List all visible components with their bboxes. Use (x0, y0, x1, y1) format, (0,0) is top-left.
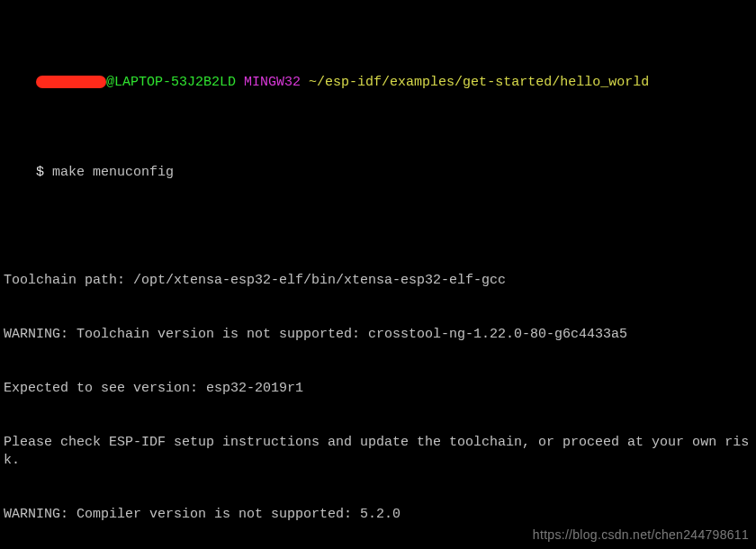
output-line: Expected to see version: esp32-2019r1 (4, 380, 752, 398)
command-line-1: $ make menuconfig (4, 146, 752, 200)
output-line: WARNING: Toolchain version is not suppor… (4, 326, 752, 344)
prompt-user-host: @LAPTOP-53J2B2LD (106, 75, 236, 90)
redaction-mark (36, 76, 106, 88)
prompt-sigil: $ (36, 165, 52, 180)
output-line: WARNING: Compiler version is not support… (4, 506, 752, 524)
output-line: Toolchain path: /opt/xtensa-esp32-elf/bi… (4, 272, 752, 290)
output-line: Please check ESP-IDF setup instructions … (4, 434, 752, 470)
prompt-env: MINGW32 (244, 75, 301, 90)
command-text[interactable]: make menuconfig (52, 165, 174, 180)
watermark-text: https://blog.csdn.net/chen244798611 (533, 526, 749, 544)
prompt-line-1: @LAPTOP-53J2B2LD MINGW32 ~/esp-idf/examp… (4, 56, 752, 110)
prompt-cwd: ~/esp-idf/examples/get-started/hello_wor… (309, 75, 649, 90)
terminal-window[interactable]: @LAPTOP-53J2B2LD MINGW32 ~/esp-idf/examp… (0, 0, 756, 549)
